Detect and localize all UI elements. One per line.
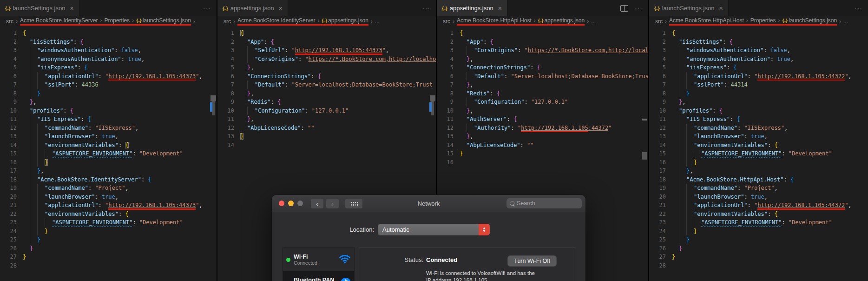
code-line[interactable]: 1{ [217,29,436,38]
code-line[interactable]: 21"applicationUrl": "http://192.168.1.10… [0,201,217,210]
tab-launchSettings.json[interactable]: {..}launchSettings.json× [0,0,79,16]
code-editor[interactable]: 1{2"iisSettings": {3"windowsAuthenticati… [649,27,868,281]
tab-close-icon[interactable]: × [279,5,283,12]
code-line[interactable]: 1{ [0,29,217,38]
code-line[interactable]: 18"Acme.BookStore.IdentityServer": { [0,175,217,184]
code-line[interactable]: 24} [649,227,868,236]
code-line[interactable]: 14 [217,141,436,150]
code-line[interactable]: 3"windowsAuthentication": false, [0,46,217,55]
code-line[interactable]: 1{ [649,29,868,38]
code-line[interactable]: 9"Configuration": "127.0.0.1" [437,98,648,107]
service-item-wi-fi[interactable]: Wi-FiConnected [283,248,354,271]
code-line[interactable]: 27} [0,253,217,261]
breadcrumb-item[interactable]: ... [591,18,596,25]
code-line[interactable]: 17}, [649,167,868,175]
dialog-titlebar[interactable]: ‹ › Network Search [272,195,585,212]
code-line[interactable]: 13}, [437,132,648,141]
code-line[interactable]: 10"profiles": { [0,107,217,115]
code-line[interactable]: 3"CorsOrigins": "https://*.BookStore.com… [437,46,648,55]
code-line[interactable]: 7"sslPort": 44336 [0,80,217,89]
code-line[interactable]: 2"App": { [437,38,648,47]
tab-close-icon[interactable]: × [719,5,723,12]
code-line[interactable]: 13"launchBrowser": true, [0,132,217,141]
code-line[interactable]: 8} [649,89,868,98]
code-line[interactable]: 16 [437,158,648,167]
code-line[interactable]: 19"commandName": "Project", [0,184,217,193]
code-line[interactable]: 7"Default": "Server=localhost;Database=B… [217,80,436,89]
code-line[interactable]: 7"sslPort": 44314 [649,80,868,89]
scrollbar[interactable] [210,95,216,119]
code-line[interactable]: 2"App": { [217,38,436,47]
code-line[interactable]: 1{ [437,29,648,38]
code-line[interactable]: 22"environmentVariables": { [0,210,217,219]
code-line[interactable]: 11"IIS Express": { [649,115,868,124]
code-line[interactable]: 6"Default": "Server=localhost;Database=B… [437,72,648,81]
code-line[interactable]: 16} [0,158,217,167]
code-line[interactable]: 9"Redis": { [217,98,436,107]
breadcrumb-item[interactable]: src [6,18,13,25]
forward-button[interactable]: › [326,199,339,208]
code-line[interactable]: 4"anonymousAuthentication": true, [649,55,868,64]
breadcrumb-item[interactable]: {..}launchSettings.json [136,17,191,26]
code-line[interactable]: 25} [0,235,217,244]
code-line[interactable]: 13} [217,132,436,141]
code-line[interactable]: 3"SelfUrl": "http://192.168.1.105:44373"… [217,46,436,55]
code-line[interactable]: 15} [437,149,648,158]
code-line[interactable]: 10"profiles": { [649,107,868,115]
tab-close-icon[interactable]: × [498,5,502,12]
breadcrumb-item[interactable]: ... [843,18,848,25]
code-line[interactable]: 11"IIS Express": { [0,115,217,124]
code-line[interactable]: 9}, [649,98,868,107]
code-line[interactable]: 14"environmentVariables": { [649,141,868,150]
code-line[interactable]: 19"commandName": "Project", [649,184,868,193]
show-all-button[interactable] [345,199,362,208]
back-button[interactable]: ‹ [311,199,323,208]
code-line[interactable]: 26} [649,244,868,253]
code-line[interactable]: 6"applicationUrl": "http://192.168.1.105… [649,72,868,81]
code-line[interactable]: 10"Configuration": "127.0.0.1" [217,107,436,115]
code-line[interactable]: 20"launchBrowser": true, [649,193,868,201]
code-line[interactable]: 3"windowsAuthentication": false, [649,46,868,55]
code-line[interactable]: 12"Authority": "http://192.168.1.105:443… [437,124,648,133]
code-line[interactable]: 28 [649,261,868,270]
code-line[interactable]: 12"AbpLicenseCode": "" [217,124,436,133]
turn-wifi-off-button[interactable]: Turn Wi-Fi Off [508,256,556,266]
close-window-button[interactable] [279,201,284,206]
code-line[interactable]: 26} [0,244,217,253]
code-line[interactable]: 13"launchBrowser": true, [649,132,868,141]
code-line[interactable]: 10}, [437,107,648,115]
code-line[interactable]: 4"CorsOrigins": "https://*.BookStore.com… [217,55,436,64]
breadcrumb-item[interactable]: {..}appsettings.json [538,17,585,26]
minimize-window-button[interactable] [288,201,294,206]
code-line[interactable]: 28 [0,261,217,270]
code-line[interactable]: 15"ASPNETCORE_ENVIRONMENT": "Development… [0,149,217,158]
code-line[interactable]: 20"launchBrowser": true, [0,193,217,201]
breadcrumb-item[interactable]: ... [375,18,380,25]
tab-appsettings.json[interactable]: {..}appsettings.json× [437,0,507,16]
breadcrumb-item[interactable]: Acme.BookStore.HttpApi.Host [669,17,744,26]
service-item-bluetooth-pan[interactable]: Bluetooth PANNot Connected [283,271,354,281]
zoom-window-button[interactable] [297,201,303,206]
code-line[interactable]: 23"ASPNETCORE_ENVIRONMENT": "Development… [0,218,217,227]
code-line[interactable]: 2"iisSettings": { [0,38,217,47]
code-line[interactable]: 14"AbpLicenseCode": "" [437,141,648,150]
code-line[interactable]: 8}, [217,89,436,98]
code-line[interactable]: 2"iisSettings": { [649,38,868,47]
tab-appsettings.json[interactable]: {..}appsettings.json× [217,0,288,16]
code-line[interactable]: 7}, [437,80,648,89]
code-line[interactable]: 4"anonymousAuthentication": true, [0,55,217,64]
code-line[interactable]: 11}, [217,115,436,124]
code-line[interactable]: 11"AuthServer": { [437,115,648,124]
code-line[interactable]: 5}, [217,63,436,72]
breadcrumb-item[interactable]: Properties [750,17,776,26]
code-line[interactable]: 17}, [0,167,217,175]
code-line[interactable]: 8} [0,89,217,98]
scrollbar[interactable] [642,119,648,165]
code-editor[interactable]: 1{2"iisSettings": {3"windowsAuthenticati… [0,27,217,281]
code-line[interactable]: 6"applicationUrl": "http://192.168.1.105… [0,72,217,81]
code-line[interactable]: 5"iisExpress": { [0,63,217,72]
scrollbar[interactable] [429,95,435,119]
breadcrumb-item[interactable]: {..}appsettings.json [322,17,368,26]
split-editor-icon[interactable] [620,5,628,12]
tab-close-icon[interactable]: × [70,5,73,12]
